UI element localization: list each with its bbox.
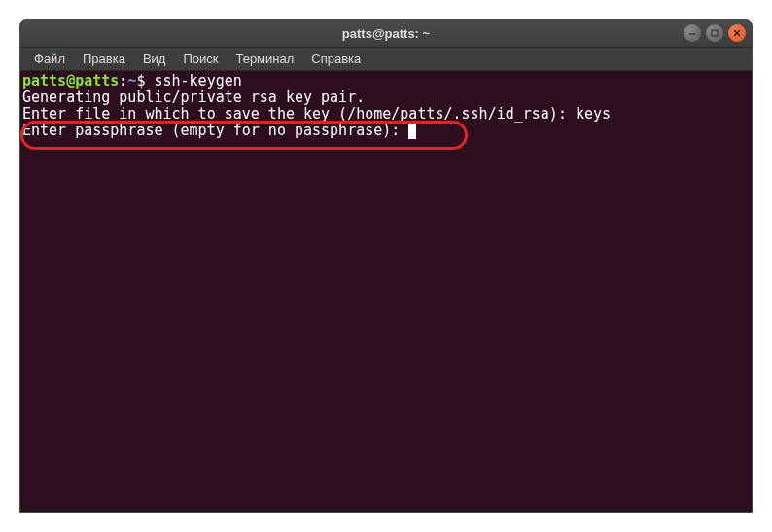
menubar: Файл Правка Вид Поиск Терминал Справка: [20, 48, 752, 71]
passphrase-prompt: Enter passphrase (empty for no passphras…: [22, 122, 408, 139]
close-button[interactable]: [728, 24, 746, 42]
maximize-icon: [710, 28, 719, 38]
output-line-3: Enter passphrase (empty for no passphras…: [22, 123, 750, 139]
svg-rect-1: [712, 30, 718, 36]
close-icon: [732, 28, 742, 38]
menu-search[interactable]: Поиск: [175, 50, 226, 68]
maximize-button[interactable]: [706, 24, 723, 42]
window-controls: [684, 24, 746, 42]
output-line-1: Generating public/private rsa key pair.: [22, 89, 750, 106]
cursor-icon: [408, 124, 416, 139]
minimize-icon: [687, 28, 697, 38]
menu-view[interactable]: Вид: [135, 50, 174, 68]
prompt-dollar: $: [136, 72, 154, 89]
output-line-2: Enter file in which to save the key (/ho…: [22, 106, 750, 123]
menu-edit[interactable]: Правка: [75, 50, 133, 68]
menu-terminal[interactable]: Терминал: [228, 50, 301, 68]
minimize-button[interactable]: [684, 24, 701, 42]
prompt-line: patts@patts:~$ ssh-keygen: [22, 73, 750, 89]
titlebar[interactable]: patts@patts: ~: [20, 20, 752, 48]
prompt-user-host: patts@patts: [22, 72, 119, 89]
terminal-body[interactable]: patts@patts:~$ ssh-keygenGenerating publ…: [20, 71, 752, 512]
menu-file[interactable]: Файл: [26, 50, 73, 68]
menu-help[interactable]: Справка: [303, 50, 368, 68]
window-title: patts@patts: ~: [342, 26, 430, 41]
command-text: ssh-keygen: [154, 72, 241, 89]
terminal-window: patts@patts: ~ Файл Правка Вид Поиск Тер…: [19, 19, 753, 513]
